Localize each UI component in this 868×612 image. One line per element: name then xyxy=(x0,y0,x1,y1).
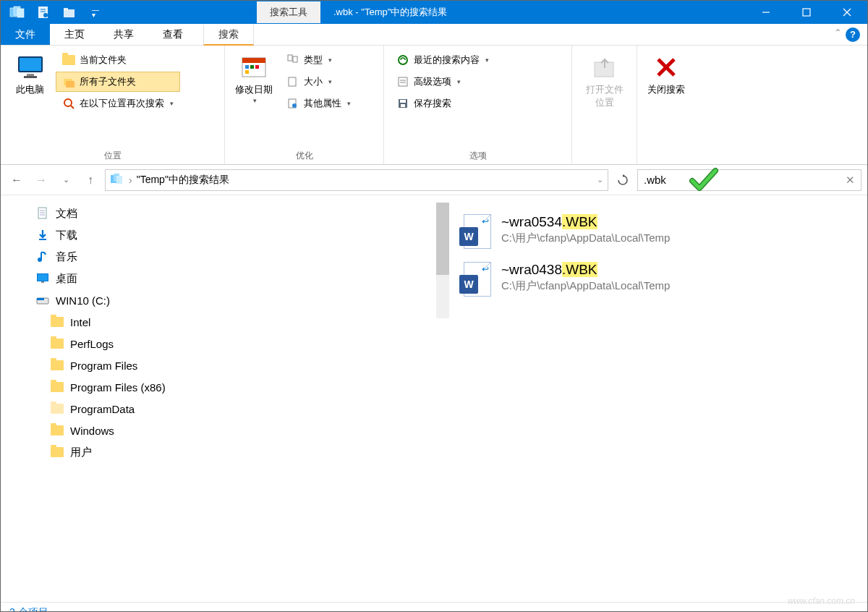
downloads-icon xyxy=(35,228,50,242)
svg-rect-14 xyxy=(20,58,41,71)
close-search-button[interactable]: 关闭搜索 xyxy=(643,50,689,101)
current-folder-option[interactable]: 当前文件夹 xyxy=(56,50,180,70)
svg-rect-18 xyxy=(66,81,75,88)
tree-folder[interactable]: Windows xyxy=(1,420,189,441)
all-subfolders-option[interactable]: 所有子文件夹 xyxy=(56,72,180,92)
help-icon[interactable]: ? xyxy=(846,27,860,42)
back-button[interactable]: ← xyxy=(7,170,27,190)
tree-folder[interactable]: 用户 xyxy=(1,441,189,463)
tree-downloads[interactable]: 下载 xyxy=(1,224,189,246)
documents-icon xyxy=(35,206,50,221)
svg-rect-44 xyxy=(116,176,122,184)
svg-point-50 xyxy=(38,258,42,262)
svg-rect-28 xyxy=(293,56,297,62)
tree-folder[interactable]: Program Files (x86) xyxy=(1,376,189,398)
svg-rect-55 xyxy=(37,298,44,300)
other-props-option[interactable]: 其他属性▾ xyxy=(280,93,357,114)
search-input[interactable] xyxy=(644,174,846,186)
close-button[interactable] xyxy=(827,1,867,24)
recent-icon xyxy=(396,54,409,67)
search-again-option[interactable]: 在以下位置再次搜索▾ xyxy=(56,93,180,114)
main-content: 文档 下载 音乐 桌面 WIN10 (C:) Intel PerfLogs Pr… xyxy=(1,195,867,602)
tree-folder[interactable]: Intel xyxy=(1,311,189,333)
titlebar: —▾ 搜索工具 .wbk - "Temp"中的搜索结果 xyxy=(1,1,867,24)
navigation-bar: ← → ⌄ ↑ › "Temp"中的搜索结果 ⌄ ✕ xyxy=(1,165,867,195)
scrollbar[interactable] xyxy=(436,203,449,318)
this-pc-button[interactable]: 此电脑 xyxy=(7,50,53,101)
checkmark-icon xyxy=(688,166,720,195)
close-x-icon xyxy=(653,54,679,80)
up-button[interactable]: ↑ xyxy=(80,170,101,190)
address-bar[interactable]: › "Temp"中的搜索结果 ⌄ xyxy=(105,169,608,191)
svg-rect-24 xyxy=(250,65,254,69)
result-item[interactable]: ↩W ~wra0438.WBK C:\用户\cfanp\AppData\Loca… xyxy=(456,256,860,304)
size-icon xyxy=(286,75,299,88)
word-backup-icon: ↩W xyxy=(459,214,491,250)
open-location-icon xyxy=(592,54,618,80)
svg-rect-38 xyxy=(401,104,405,107)
svg-rect-37 xyxy=(400,100,406,103)
svg-rect-26 xyxy=(245,70,249,74)
tree-drive-c[interactable]: WIN10 (C:) xyxy=(1,289,189,311)
svg-rect-33 xyxy=(399,77,407,86)
tab-file[interactable]: 文件 xyxy=(1,24,50,45)
breadcrumb-text[interactable]: "Temp"中的搜索结果 xyxy=(137,174,229,187)
svg-rect-25 xyxy=(255,65,259,69)
result-filename: ~wra0534.WBK xyxy=(501,214,670,230)
new-folder-icon[interactable] xyxy=(59,4,80,21)
item-count: 2 个项目 xyxy=(9,606,48,613)
properties-icon[interactable] xyxy=(33,4,54,21)
svg-rect-8 xyxy=(64,8,68,10)
address-dropdown-icon[interactable]: ⌄ xyxy=(597,175,603,184)
contextual-tab-label: 搜索工具 xyxy=(257,1,320,23)
tab-view[interactable]: 查看 xyxy=(148,24,197,45)
drive-icon xyxy=(35,293,50,307)
breadcrumb-sep: › xyxy=(129,174,132,186)
recent-searches-option[interactable]: 最近的搜索内容▾ xyxy=(390,50,566,70)
svg-rect-7 xyxy=(64,9,75,17)
collapse-ribbon-icon[interactable]: ˆ xyxy=(836,28,840,41)
music-icon xyxy=(35,250,50,264)
result-path: C:\用户\cfanp\AppData\Local\Temp xyxy=(501,279,670,293)
desktop-icon xyxy=(35,271,50,286)
refresh-button[interactable] xyxy=(613,170,633,190)
tree-music[interactable]: 音乐 xyxy=(1,246,189,268)
spacer xyxy=(189,195,449,602)
window-title: .wbk - "Temp"中的搜索结果 xyxy=(333,6,447,19)
qat-dropdown-icon[interactable]: —▾ xyxy=(85,4,106,21)
clear-search-icon[interactable]: ✕ xyxy=(846,174,855,187)
svg-rect-29 xyxy=(289,77,296,86)
svg-point-19 xyxy=(64,99,72,106)
search-box[interactable]: ✕ xyxy=(637,169,861,191)
save-search-option[interactable]: 保存搜索 xyxy=(390,93,566,114)
tree-documents[interactable]: 文档 xyxy=(1,203,189,224)
tab-share[interactable]: 共享 xyxy=(99,24,148,45)
tree-folder[interactable]: Program Files xyxy=(1,354,189,376)
advanced-options[interactable]: 高级选项▾ xyxy=(390,72,566,92)
list-icon xyxy=(396,75,409,88)
folders-icon xyxy=(62,75,75,88)
result-path: C:\用户\cfanp\AppData\Local\Temp xyxy=(501,231,670,245)
forward-button: → xyxy=(31,170,51,190)
tree-folder[interactable]: PerfLogs xyxy=(1,333,189,354)
result-item[interactable]: ↩W ~wra0534.WBK C:\用户\cfanp\AppData\Loca… xyxy=(456,208,860,256)
modify-date-button[interactable]: 修改日期▾ xyxy=(231,50,277,109)
search-location-icon xyxy=(62,97,75,110)
minimize-button[interactable] xyxy=(746,1,786,24)
tree-folder[interactable]: ProgramData xyxy=(1,398,189,420)
recent-locations-dropdown[interactable]: ⌄ xyxy=(56,170,76,190)
type-option[interactable]: 类型▾ xyxy=(280,50,357,70)
navigation-tree[interactable]: 文档 下载 音乐 桌面 WIN10 (C:) Intel PerfLogs Pr… xyxy=(1,195,189,602)
tab-home[interactable]: 主页 xyxy=(50,24,99,45)
explorer-icon[interactable] xyxy=(7,4,28,21)
properties-icon xyxy=(286,97,299,110)
quick-access-toolbar: —▾ xyxy=(1,4,112,21)
svg-rect-27 xyxy=(288,55,292,61)
group-label-options: 选项 xyxy=(384,148,571,164)
size-option[interactable]: 大小▾ xyxy=(280,72,357,92)
svg-point-31 xyxy=(292,103,297,108)
maximize-button[interactable] xyxy=(786,1,827,24)
result-filename: ~wra0438.WBK xyxy=(501,262,670,278)
tree-desktop[interactable]: 桌面 xyxy=(1,268,189,289)
tab-search[interactable]: 搜索 xyxy=(203,25,254,46)
